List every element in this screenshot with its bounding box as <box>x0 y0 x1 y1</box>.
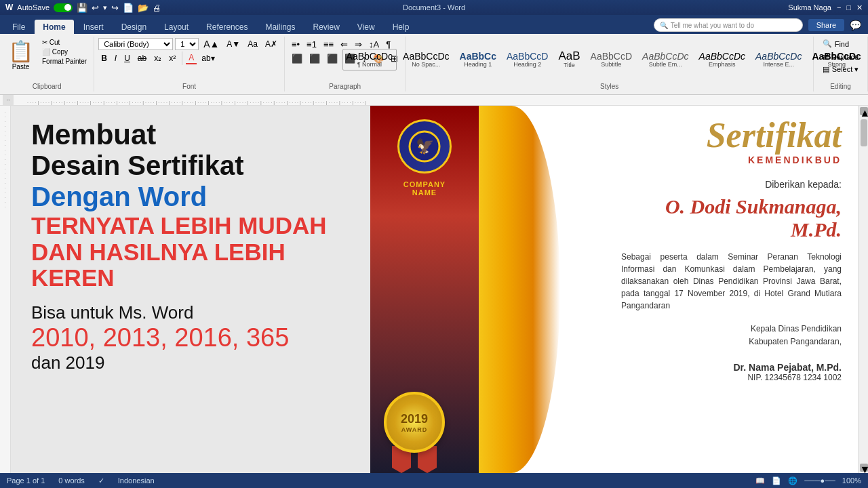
font-label: Font <box>182 81 196 90</box>
badge-year: 2019 <box>401 412 428 426</box>
side-ruler: · ···· ···· ···· ···· ···· <box>0 106 11 473</box>
style-heading1[interactable]: AaBbCc Heading 1 <box>456 49 500 70</box>
comment-icon[interactable]: 💬 <box>850 20 861 30</box>
align-left-button[interactable]: ⬛ <box>289 52 305 65</box>
replace-button[interactable]: ⇄ Replace <box>818 51 863 62</box>
tab-file[interactable]: File <box>4 20 33 34</box>
zoom-slider[interactable]: ───●── <box>804 476 835 485</box>
select-button[interactable]: ▤ Select ▾ <box>818 64 863 75</box>
subscript-button[interactable]: x₂ <box>151 53 164 64</box>
autosave-toggle[interactable] <box>54 3 73 12</box>
tab-insert[interactable]: Insert <box>75 20 112 34</box>
tab-mailings[interactable]: Mailings <box>257 20 303 34</box>
tab-help[interactable]: Help <box>384 20 418 34</box>
multilevel-button[interactable]: ≡≡ <box>321 38 336 51</box>
style-no-space[interactable]: AaBbCcDc No Spac... <box>399 49 453 70</box>
svg-text:🦅: 🦅 <box>416 137 435 155</box>
clipboard-group: 📋 Paste ✂ Cut ⬜ Copy Format Painter Clip… <box>0 37 94 92</box>
left-panel: Membuat Desain Sertifikat Dengan Word TE… <box>11 106 370 473</box>
bold-button[interactable]: B <box>98 53 110 64</box>
find-button[interactable]: 🔍 Find <box>818 38 863 49</box>
redo-icon[interactable]: ↪ <box>111 3 119 13</box>
zoom-level: 100% <box>842 476 861 485</box>
tab-references[interactable]: References <box>198 20 256 34</box>
cut-button[interactable]: ✂ Cut <box>39 38 90 47</box>
new-doc-icon[interactable]: 📄 <box>123 3 134 13</box>
page-info: Page 1 of 1 <box>7 476 45 485</box>
font-row-2: B I U ab x₂ x² A ab▾ <box>98 52 280 65</box>
vertical-scrollbar[interactable]: ▲ ▼ <box>859 106 868 473</box>
style-h1-label: Heading 1 <box>464 61 492 68</box>
editing-group: 🔍 Find ⇄ Replace ▤ Select ▾ Editing <box>814 37 868 92</box>
save-icon[interactable]: 💾 <box>77 3 87 13</box>
ribbon-tabs: File Home Insert Design Layout Reference… <box>0 15 868 34</box>
style-normal-label: ¶ Normal <box>357 61 382 68</box>
paste-button[interactable]: 📋 Paste <box>4 38 37 72</box>
font-grow-button[interactable]: A▲ <box>201 38 222 50</box>
cert-company-name: COMPANYNAME <box>403 180 446 197</box>
style-heading2[interactable]: AaBbCcD Heading 2 <box>502 49 552 70</box>
tab-view[interactable]: View <box>349 20 383 34</box>
close-btn[interactable]: ✕ <box>856 3 863 12</box>
paragraph-label: Paragraph <box>329 81 361 90</box>
web-layout-icon[interactable]: 🌐 <box>788 476 797 485</box>
print-layout-icon[interactable]: 📄 <box>772 476 781 485</box>
style-normal[interactable]: AaBbCcDc ¶ Normal <box>342 49 397 70</box>
style-intense[interactable]: AaBbCcDc Intense E... <box>751 49 806 70</box>
text-color-button[interactable]: A <box>186 52 197 64</box>
style-subtle-em[interactable]: AaBbCcDc Subtle Em... <box>638 49 692 70</box>
scroll-thumb[interactable] <box>861 119 867 146</box>
find-label: Find <box>835 40 849 48</box>
cert-kepala: Kepala Dinas Pendidikan Kabupaten Pangan… <box>621 323 842 348</box>
align-right-button[interactable]: ⬛ <box>324 52 340 65</box>
bullets-button[interactable]: ≡• <box>289 38 302 51</box>
superscript-button[interactable]: x² <box>166 53 178 64</box>
minimize-btn[interactable]: − <box>837 3 841 12</box>
numbering-button[interactable]: ≡1 <box>304 38 319 51</box>
center-button[interactable]: ⬛ <box>307 52 323 65</box>
tab-design[interactable]: Design <box>113 20 155 34</box>
style-title[interactable]: AaB Title <box>554 47 584 71</box>
style-subtitle-label: Subtitle <box>601 61 621 68</box>
share-button[interactable]: Share <box>808 19 844 31</box>
style-emphasis[interactable]: AaBbCcDc Emphasis <box>695 49 749 70</box>
clear-formatting-button[interactable]: A✗ <box>262 39 280 49</box>
search-bar[interactable]: 🔍 Tell me what you want to do <box>654 18 803 32</box>
print-icon[interactable]: 🖨 <box>153 3 161 13</box>
maximize-btn[interactable]: □ <box>846 3 851 12</box>
italic-button[interactable]: I <box>112 53 119 64</box>
font-size-select[interactable]: 11 <box>175 38 199 50</box>
strikethrough-button[interactable]: ab <box>135 53 149 64</box>
font-shrink-button[interactable]: A▼ <box>224 39 243 49</box>
copy-button[interactable]: ⬜ Copy <box>39 47 90 56</box>
style-h1-preview: AaBbCc <box>460 52 496 61</box>
tab-review[interactable]: Review <box>304 20 347 34</box>
left-text-dengan: Dengan Word <box>31 180 207 213</box>
tab-layout[interactable]: Layout <box>156 20 197 34</box>
tab-home[interactable]: Home <box>35 20 73 34</box>
change-case-button[interactable]: Aa <box>245 39 260 49</box>
read-mode-icon[interactable]: 📖 <box>755 476 765 485</box>
word-logo: W <box>5 3 13 12</box>
undo-icon[interactable]: ↩ <box>92 3 99 13</box>
style-subtitle[interactable]: AaBbCcD Subtitle <box>587 49 636 70</box>
proofcheck-icon: ✓ <box>98 476 104 485</box>
open-icon[interactable]: 📂 <box>138 3 149 13</box>
find-icon: 🔍 <box>823 39 832 48</box>
format-painter-button[interactable]: Format Painter <box>39 57 90 66</box>
cert-official-name: Dr. Nama Pejabat, M.Pd. <box>621 362 842 373</box>
years-text: 2010, 2013, 2016, 365 <box>31 323 289 352</box>
clipboard-label: Clipboard <box>33 81 62 90</box>
style-h2-preview: AaBbCcD <box>507 52 548 61</box>
undo-dropdown-icon[interactable]: ▾ <box>103 3 107 12</box>
style-title-label: Title <box>564 62 575 68</box>
scroll-up-btn[interactable]: ▲ <box>860 107 868 115</box>
underline-button[interactable]: U <box>121 53 133 64</box>
highlight-button[interactable]: ab▾ <box>199 53 217 64</box>
scroll-down-btn[interactable]: ▼ <box>860 464 868 472</box>
autosave-label: AutoSave <box>17 3 50 12</box>
bisa-text: Bisa untuk Ms. Word <box>31 302 289 323</box>
main-content: · ···· ···· ···· ···· ···· Membuat Desai… <box>0 106 868 473</box>
font-family-select[interactable]: Calibri (Body) <box>98 38 173 50</box>
style-intense-label: Intense E... <box>763 61 794 68</box>
